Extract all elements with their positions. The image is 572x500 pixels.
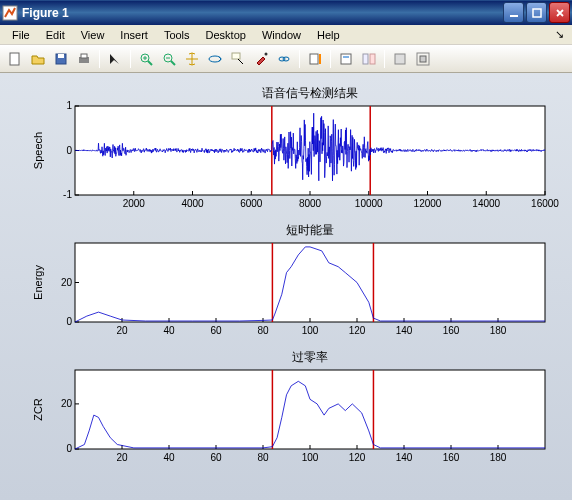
subplot1-ylabel: Speech (32, 132, 44, 169)
toolbar (0, 45, 572, 73)
svg-text:60: 60 (210, 452, 222, 463)
svg-rect-7 (81, 54, 87, 58)
save-icon[interactable] (50, 48, 72, 70)
subplot3-title: 过零率 (292, 350, 328, 364)
svg-text:40: 40 (163, 325, 175, 336)
menu-help[interactable]: Help (309, 27, 348, 43)
svg-rect-20 (310, 54, 318, 64)
menu-tools[interactable]: Tools (156, 27, 198, 43)
rotate3d-icon[interactable] (204, 48, 226, 70)
brush-icon[interactable] (250, 48, 272, 70)
svg-text:0: 0 (66, 316, 72, 327)
subplot2-ylabel: Energy (32, 265, 44, 300)
svg-text:0: 0 (66, 145, 72, 156)
svg-rect-79 (75, 370, 545, 449)
svg-text:20: 20 (116, 452, 128, 463)
toolbar-separator (130, 50, 131, 68)
svg-point-19 (283, 57, 289, 61)
svg-rect-5 (58, 54, 64, 58)
subplot3-ylabel: ZCR (32, 398, 44, 421)
svg-text:160: 160 (443, 452, 460, 463)
subplot2-title: 短时能量 (286, 223, 334, 237)
svg-rect-26 (395, 54, 405, 64)
insert-colorbar-icon[interactable] (304, 48, 326, 70)
data-cursor-icon[interactable] (227, 48, 249, 70)
svg-text:140: 140 (396, 325, 413, 336)
svg-rect-21 (319, 54, 321, 64)
svg-text:20: 20 (61, 277, 73, 288)
toolbar-separator (99, 50, 100, 68)
close-button[interactable] (549, 2, 570, 23)
new-figure-icon[interactable] (4, 48, 26, 70)
menu-window[interactable]: Window (254, 27, 309, 43)
menu-desktop[interactable]: Desktop (198, 27, 254, 43)
svg-text:16000: 16000 (531, 198, 559, 209)
svg-rect-1 (510, 15, 518, 17)
svg-text:160: 160 (443, 325, 460, 336)
svg-text:180: 180 (490, 325, 507, 336)
svg-text:80: 80 (257, 325, 269, 336)
svg-rect-22 (341, 54, 351, 64)
svg-rect-16 (232, 53, 240, 59)
hide-plot-tools-icon[interactable] (358, 48, 380, 70)
show-plot-tools-icon[interactable] (389, 48, 411, 70)
svg-text:-1: -1 (63, 189, 72, 200)
insert-legend-icon[interactable] (335, 48, 357, 70)
print-icon[interactable] (73, 48, 95, 70)
matlab-icon (2, 5, 18, 21)
svg-text:2000: 2000 (123, 198, 146, 209)
svg-text:80: 80 (257, 452, 269, 463)
svg-text:100: 100 (302, 325, 319, 336)
svg-text:1: 1 (66, 100, 72, 111)
edit-plot-icon[interactable] (104, 48, 126, 70)
axes-svg: 语音信号检测结果 -1 0 1 200040006000800010000120… (0, 73, 572, 500)
menu-edit[interactable]: Edit (38, 27, 73, 43)
svg-text:180: 180 (490, 452, 507, 463)
menu-insert[interactable]: Insert (112, 27, 156, 43)
toolbar-separator (330, 50, 331, 68)
window-title: Figure 1 (22, 6, 501, 20)
titlebar: Figure 1 (0, 0, 572, 25)
figure-canvas[interactable]: 语音信号检测结果 -1 0 1 200040006000800010000120… (0, 73, 572, 500)
zoom-in-icon[interactable] (135, 48, 157, 70)
svg-rect-25 (370, 54, 375, 64)
svg-text:120: 120 (349, 325, 366, 336)
svg-text:40: 40 (163, 452, 175, 463)
svg-point-17 (265, 53, 268, 56)
open-icon[interactable] (27, 48, 49, 70)
menu-view[interactable]: View (73, 27, 113, 43)
subplot1-title: 语音信号检测结果 (262, 86, 358, 100)
zoom-out-icon[interactable] (158, 48, 180, 70)
minimize-button[interactable] (503, 2, 524, 23)
svg-text:120: 120 (349, 452, 366, 463)
svg-text:60: 60 (210, 325, 222, 336)
svg-rect-54 (75, 243, 545, 322)
dock-figure-icon[interactable] (412, 48, 434, 70)
svg-rect-2 (533, 9, 541, 17)
link-data-icon[interactable] (273, 48, 295, 70)
menubar: File Edit View Insert Tools Desktop Wind… (0, 25, 572, 45)
svg-text:10000: 10000 (355, 198, 383, 209)
svg-text:100: 100 (302, 452, 319, 463)
toolbar-separator (299, 50, 300, 68)
svg-line-13 (171, 61, 175, 65)
svg-text:20: 20 (116, 325, 128, 336)
svg-text:8000: 8000 (299, 198, 322, 209)
toolbar-separator (384, 50, 385, 68)
dock-toggle-icon[interactable]: ↘ (551, 28, 568, 41)
maximize-button[interactable] (526, 2, 547, 23)
svg-text:12000: 12000 (414, 198, 442, 209)
svg-text:20: 20 (61, 398, 73, 409)
svg-line-9 (148, 61, 152, 65)
svg-text:14000: 14000 (472, 198, 500, 209)
svg-text:0: 0 (66, 443, 72, 454)
svg-text:4000: 4000 (181, 198, 204, 209)
svg-text:6000: 6000 (240, 198, 263, 209)
svg-text:140: 140 (396, 452, 413, 463)
svg-rect-3 (10, 53, 19, 65)
svg-rect-24 (363, 54, 368, 64)
menu-file[interactable]: File (4, 27, 38, 43)
svg-rect-28 (420, 56, 426, 62)
pan-icon[interactable] (181, 48, 203, 70)
